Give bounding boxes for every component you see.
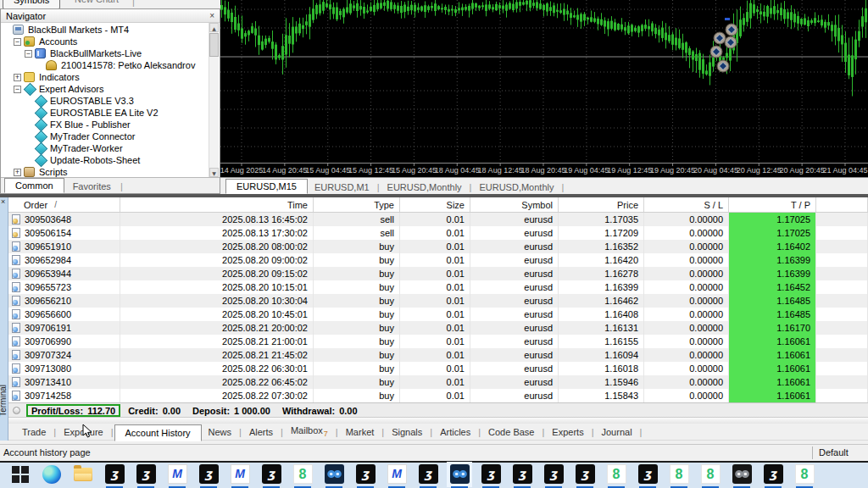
terminal-tab-experts[interactable]: Experts [545,425,590,439]
terminal-tab-trade[interactable]: Trade [15,425,53,439]
terminal-tab-mailbox[interactable]: Mailbox7 [284,424,335,440]
blackbull-app-icon[interactable]: ʒ [575,464,595,485]
file-explorer-icon[interactable] [73,464,93,485]
tree-expander-icon[interactable]: − [25,50,32,58]
chart-tab-eurusd-m1[interactable]: EURUSD,M1 [308,180,376,194]
chart-tab-eurusd-monthly[interactable]: EURUSD,Monthly [381,180,469,194]
blackbull-app-icon[interactable]: ʒ [136,464,156,485]
terminal-tab-alerts[interactable]: Alerts [242,425,280,439]
terminal-tab-exposure[interactable]: Exposure [57,425,109,439]
history-row[interactable]: 3097073242025.08.21 21:45:02buy0.01eurus… [8,348,868,362]
eight-glyph: 8 [670,464,689,484]
cell-type: buy [314,389,400,402]
metatrader-app-icon[interactable]: M [387,464,407,485]
column-header-size[interactable]: Size [400,197,470,212]
tree-expander-icon[interactable]: + [14,169,21,176]
status-text: Account history page [3,447,91,458]
navigator-item-mytrader-connector[interactable]: MyTrader Connector [3,130,209,142]
blackbull-app-icon[interactable]: ʒ [198,464,219,485]
navigator-tab-common[interactable]: Common [4,178,64,193]
navigator-item-fx-blue-publisher[interactable]: FX Blue - Publisher [3,119,209,130]
navigator-item-blackbull-markets-mt4[interactable]: BlackBull Markets - MT4 [3,24,209,36]
eight-app-icon[interactable]: 8 [669,464,689,485]
history-row[interactable]: 3096557232025.08.20 10:15:01buy0.01eurus… [8,280,868,294]
column-header-t-p[interactable]: T / P [729,197,816,212]
metatrader-app-icon[interactable]: M [230,464,250,485]
navigator-item-2100141578-petko-aleksandrov[interactable]: 2100141578: Petko Aleksandrov [3,59,209,71]
terminal-tab-news[interactable]: News [202,425,239,439]
scroll-thumb[interactable] [209,33,219,57]
column-header-symbol[interactable]: Symbol [470,197,559,212]
scroll-down-icon[interactable]: ▼ [209,168,219,177]
blackbull-app-icon[interactable]: ʒ [512,464,532,485]
owl-dark-app-icon[interactable] [732,464,752,485]
symbols-button[interactable]: Symbols [3,0,60,8]
chart-tab-eurusd-monthly[interactable]: EURUSD,Monthly [472,180,560,194]
column-header-extra[interactable] [816,197,868,212]
navigator-item-mytrader-worker[interactable]: MyTrader-Worker [3,142,209,154]
terminal-close-icon[interactable]: × [1,197,5,206]
navigator-item-expert-advisors[interactable]: −Expert Advisors [3,83,209,95]
history-row[interactable]: 3096562102025.08.20 10:30:04buy0.01eurus… [8,294,868,308]
blackbull-app-icon[interactable]: ʒ [763,464,783,485]
history-row[interactable]: 3097130802025.08.22 06:30:01buy0.01eurus… [8,362,868,375]
owl-app-icon[interactable] [449,464,470,485]
history-row[interactable]: 3097142582025.08.22 07:30:02buy0.01eurus… [8,389,868,402]
navigator-item-eurostable-v3-3[interactable]: EUROSTABLE V3.3 [3,95,209,107]
blackbull-app-icon[interactable]: ʒ [543,464,564,485]
tree-expander-icon[interactable]: − [14,86,21,93]
price-chart[interactable]: 14 Aug 202514 Aug 20:4515 Aug 04:4515 Au… [220,0,868,177]
column-header-time[interactable]: Time [120,197,314,212]
eight-app-icon[interactable]: 8 [606,464,626,485]
blackbull-app-icon[interactable]: ʒ [418,464,438,485]
navigator-close-icon[interactable]: × [209,11,214,20]
history-row[interactable]: 3096566002025.08.20 10:45:01buy0.01eurus… [8,308,868,321]
column-header-order[interactable]: Order/ [8,197,120,212]
terminal-tab-market[interactable]: Market [339,425,381,439]
new-chart-button[interactable]: New Chart [75,0,119,4]
eight-app-icon[interactable]: 8 [700,464,721,485]
cell-value: 1.16061 [776,350,810,360]
chart-window[interactable]: 14 Aug 202514 Aug 20:4515 Aug 04:4515 Au… [220,0,868,177]
blackbull-app-icon[interactable]: ʒ [355,464,376,485]
chart-tab-eurusd-m15[interactable]: EURUSD,M15 [225,179,308,194]
terminal-tab-journal[interactable]: Journal [595,425,639,439]
eight-app-icon[interactable]: 8 [292,464,313,485]
scroll-up-icon[interactable]: ▲ [209,23,219,32]
history-row[interactable]: 3097061912025.08.21 20:00:02buy0.01eurus… [8,321,868,335]
tree-expander-icon[interactable]: + [14,74,21,81]
navigator-tab-favorites[interactable]: Favorites [64,180,120,193]
navigator-scrollbar[interactable]: ▲ ▼ [209,23,219,177]
blackbull-app-icon[interactable]: ʒ [637,464,658,485]
column-header-price[interactable]: Price [559,197,644,212]
terminal-tab-account-history[interactable]: Account History [114,424,202,441]
blackbull-app-icon[interactable]: ʒ [261,464,281,485]
metatrader-app-icon[interactable]: M [167,464,187,485]
history-row[interactable]: 3096519102025.08.20 08:00:02buy0.01eurus… [8,240,868,253]
blackbull-app-icon[interactable]: ʒ [481,464,501,485]
terminal-tab-code-base[interactable]: Code Base [481,425,541,439]
owl-app-icon[interactable] [324,464,344,485]
column-header-type[interactable]: Type [314,197,400,212]
navigator-item-accounts[interactable]: −Accounts [3,36,209,47]
terminal-tab-signals[interactable]: Signals [385,425,429,439]
history-row[interactable]: 3096539442025.08.20 09:15:02buy0.01eurus… [8,267,868,280]
navigator-item-blackbullmarkets-live[interactable]: −BlackBullMarkets-Live [3,47,209,59]
edge-browser-icon[interactable] [42,464,62,485]
start-button[interactable] [10,464,31,485]
history-row[interactable]: 3095061542025.08.13 17:30:02sell0.01euru… [8,226,868,240]
column-header-label: S / L [704,200,723,210]
history-row[interactable]: 3097134102025.08.22 06:45:02buy0.01eurus… [8,375,868,389]
history-row[interactable]: 3096529842025.08.20 09:00:02buy0.01eurus… [8,253,868,267]
terminal-tab-articles[interactable]: Articles [433,425,477,439]
navigator-item-eurostable-ea-lite-v2[interactable]: EUROSTABLE EA Lite V2 [3,107,209,119]
eight-app-icon[interactable]: 8 [794,464,815,485]
history-row[interactable]: 3095036482025.08.13 16:45:02sell0.01euru… [8,213,868,226]
column-header-s-l[interactable]: S / L [644,197,729,212]
tree-expander-icon[interactable]: − [14,38,21,46]
navigator-item-scripts[interactable]: +Scripts [3,166,209,177]
navigator-item-indicators[interactable]: +Indicators [3,71,209,83]
blackbull-app-icon[interactable]: ʒ [104,464,125,485]
navigator-item-update-robots-sheet[interactable]: Update-Robots-Sheet [3,154,209,166]
history-row[interactable]: 3097069902025.08.21 21:00:01buy0.01eurus… [8,335,868,348]
